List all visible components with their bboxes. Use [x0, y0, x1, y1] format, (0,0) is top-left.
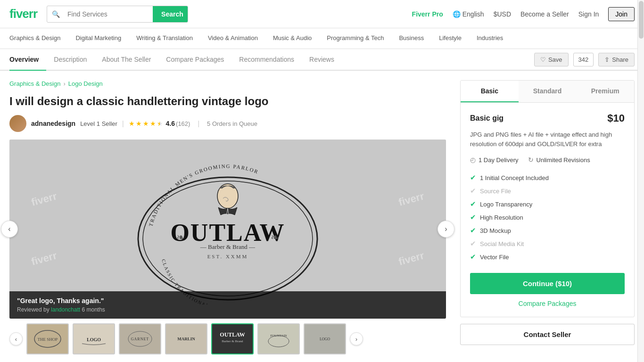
seller-name[interactable]: adnanedesign	[31, 120, 75, 127]
currency-selector[interactable]: $USD	[494, 10, 511, 18]
thumb-prev-button[interactable]: ‹	[9, 332, 23, 346]
star-rating: ★ ★ ★ ★ ★ 4.6 (162)	[129, 120, 190, 127]
svg-text:LOGO: LOGO	[320, 337, 330, 341]
globe-icon: 🌐	[453, 10, 461, 18]
check-label-0: 1 Initial Concept Included	[480, 174, 549, 181]
carousel-next-button[interactable]: ›	[438, 221, 454, 238]
svg-text:— Barber & Brand —: — Barber & Brand —	[200, 243, 256, 250]
nav-writing-translation[interactable]: Writing & Translation	[129, 28, 200, 49]
check-no-icon-5: ✔	[470, 239, 476, 248]
rating-value: 4.6	[166, 120, 175, 127]
thumbnail-5[interactable]: OUTLAWBarber & Brand	[211, 323, 254, 354]
category-nav: Graphics & Design Digital Marketing Writ…	[0, 28, 644, 49]
star-3: ★	[143, 120, 149, 127]
svg-text:OUTLAW: OUTLAW	[220, 331, 245, 338]
tab-description[interactable]: Description	[46, 49, 94, 71]
thumbnail-6[interactable]: FOUNTAIN	[257, 323, 300, 354]
join-button[interactable]: Join	[608, 7, 635, 21]
svg-text:THE SHOP: THE SHOP	[38, 337, 58, 342]
left-panel: Graphics & Design › Logo Design I will d…	[9, 80, 446, 354]
fiverr-pro-link[interactable]: Fiverr Pro	[412, 10, 443, 18]
tab-recommendations[interactable]: Recommendations	[231, 49, 302, 71]
clock-icon: ◴	[470, 156, 476, 164]
share-button[interactable]: ⇧ Share	[598, 53, 635, 66]
save-button[interactable]: ♡ Save	[534, 53, 569, 66]
star-5-half: ★	[157, 120, 163, 127]
pkg-tab-premium[interactable]: Premium	[576, 81, 634, 102]
tab-overview[interactable]: Overview	[9, 49, 46, 71]
watermark-1: fiverr	[30, 190, 58, 209]
nav-video-animation[interactable]: Video & Animation	[200, 28, 265, 49]
thumbnail-2[interactable]: LOGO	[73, 323, 115, 354]
nav-music-audio[interactable]: Music & Audio	[265, 28, 319, 49]
contact-seller-button[interactable]: Contact Seller	[460, 324, 635, 345]
package-name: Basic gig	[470, 114, 504, 123]
tab-list: Overview Description About The Seller Co…	[9, 49, 342, 70]
svg-text:TRADITIONAL MEN'S GROOMING PAR: TRADITIONAL MEN'S GROOMING PARLOR	[148, 163, 259, 227]
search-icon: 🔍	[47, 10, 65, 18]
package-content: Basic gig $10 JPG and PNG files + AI fil…	[461, 103, 634, 317]
thumbnail-1[interactable]: THE SHOP	[26, 323, 69, 354]
thumbnail-4[interactable]: MARLIN	[165, 323, 207, 354]
tab-compare-packages[interactable]: Compare Packages	[158, 49, 231, 71]
watermark-3: fiverr	[30, 250, 58, 268]
watermark-4: fiverr	[397, 250, 425, 268]
header-right: Fiverr Pro 🌐 English $USD Become a Selle…	[412, 7, 635, 21]
breadcrumb-parent[interactable]: Graphics & Design	[9, 80, 60, 87]
tab-reviews[interactable]: Reviews	[302, 49, 342, 71]
search-button[interactable]: Search	[153, 6, 188, 22]
pkg-tab-standard[interactable]: Standard	[519, 81, 577, 102]
svg-text:EST. XXMM: EST. XXMM	[207, 254, 248, 259]
svg-point-3	[217, 184, 238, 208]
check-label-1: Source File	[480, 188, 511, 195]
nav-business[interactable]: Business	[391, 28, 431, 49]
become-seller-link[interactable]: Become a Seller	[520, 10, 569, 18]
thumbnail-7[interactable]: LOGO	[304, 323, 346, 354]
svg-text:Barber & Brand: Barber & Brand	[222, 339, 243, 343]
heart-icon: ♡	[540, 56, 546, 63]
delivery-feature: ◴ 1 Day Delivery	[470, 156, 519, 164]
continue-button[interactable]: Continue ($10)	[470, 273, 625, 294]
check-no-icon: ✔	[470, 187, 476, 195]
carousel-main-image: fiverr fiverr fiverr fiverr TRADITIONAL …	[9, 140, 446, 319]
gig-title: I will design a classic handlettering vi…	[9, 94, 446, 108]
search-bar: 🔍 Search	[47, 6, 188, 23]
avatar	[9, 115, 26, 132]
package-checklist: ✔ 1 Initial Concept Included ✔ Source Fi…	[470, 171, 625, 263]
thumb-next-button[interactable]: ›	[350, 332, 363, 346]
main-content: Graphics & Design › Logo Design I will d…	[0, 71, 644, 362]
logo-svg: TRADITIONAL MEN'S GROOMING PARLOR	[115, 154, 341, 304]
nav-programming-tech[interactable]: Programming & Tech	[319, 28, 391, 49]
svg-text:MARLIN: MARLIN	[177, 337, 195, 341]
check-item-0: ✔ 1 Initial Concept Included	[470, 171, 625, 184]
sign-in-link[interactable]: Sign In	[578, 10, 599, 18]
thumbnail-3[interactable]: GARNET	[119, 323, 161, 354]
compare-packages-link[interactable]: Compare Packages	[470, 300, 625, 307]
pkg-tab-basic[interactable]: Basic	[461, 81, 519, 102]
refresh-icon: ↻	[528, 156, 534, 164]
image-carousel: ‹ fiverr fiverr fiverr fiverr	[9, 140, 446, 319]
nav-lifestyle[interactable]: Lifestyle	[431, 28, 469, 49]
scrollbar[interactable]	[637, 0, 644, 362]
nav-graphics-design[interactable]: Graphics & Design	[9, 28, 68, 49]
tab-about-seller[interactable]: About The Seller	[94, 49, 158, 71]
check-yes-icon-2: ✔	[470, 200, 476, 208]
carousel-prev-button[interactable]: ‹	[1, 221, 18, 238]
check-item-2: ✔ Logo Transparency	[470, 197, 625, 211]
star-1: ★	[129, 120, 135, 127]
breadcrumb-separator: ›	[63, 80, 65, 87]
nav-industries[interactable]: Industries	[469, 28, 511, 49]
nav-digital-marketing[interactable]: Digital Marketing	[68, 28, 129, 49]
check-yes-icon-3: ✔	[470, 213, 476, 222]
breadcrumb-child[interactable]: Logo Design	[68, 80, 103, 87]
check-item-5: ✔ Social Media Kit	[470, 237, 625, 250]
share-icon: ⇧	[604, 56, 610, 63]
seller-level: Level 1 Seller	[80, 120, 117, 127]
language-selector[interactable]: 🌐 English	[453, 10, 484, 18]
check-yes-icon-6: ✔	[470, 253, 476, 261]
queue-info: 5 Orders in Queue	[207, 120, 257, 127]
scrollbar-thumb[interactable]	[639, 1, 644, 39]
reviewer-link[interactable]: landonchatt	[51, 306, 80, 313]
svg-text:❧: ❧	[176, 231, 185, 243]
search-input[interactable]	[65, 7, 153, 22]
